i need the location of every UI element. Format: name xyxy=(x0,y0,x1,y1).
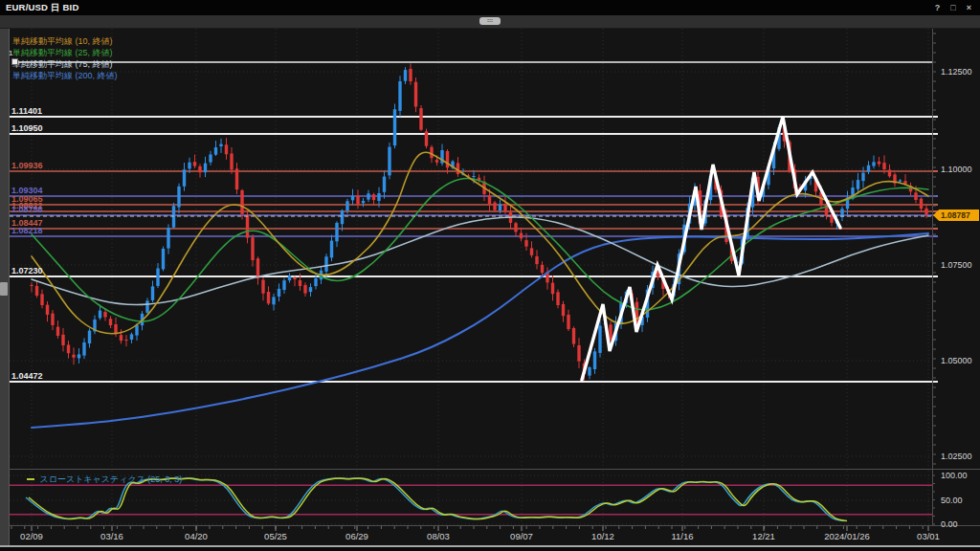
candle-body xyxy=(351,196,354,201)
candle-body xyxy=(457,163,459,174)
candle-body xyxy=(503,204,506,211)
candle-body xyxy=(598,326,601,353)
candle-body xyxy=(177,187,180,208)
legend-item-sma[interactable]: 単純移動平均線 (200, 終値) xyxy=(12,70,118,82)
candle-body xyxy=(193,162,196,165)
candle-body xyxy=(861,173,864,181)
candle-body xyxy=(588,367,590,376)
candle-body xyxy=(309,287,312,292)
level-axis-mark xyxy=(933,381,939,383)
candle-body xyxy=(246,215,249,238)
level-axis-mark xyxy=(933,235,939,237)
candle-body xyxy=(419,108,422,130)
candle-body xyxy=(857,180,859,189)
candle-body xyxy=(524,240,527,247)
level-price-label: 1.08756 xyxy=(11,205,43,214)
candle-body xyxy=(240,190,243,214)
window-bottom-frame xyxy=(0,547,980,551)
candle-body xyxy=(414,82,417,107)
left-panel-handle[interactable] xyxy=(0,282,8,296)
help-button[interactable]: ? xyxy=(935,0,941,15)
candle-body xyxy=(51,314,54,325)
candle-body xyxy=(67,345,70,354)
candle-body xyxy=(324,256,327,272)
candle-body xyxy=(267,292,270,303)
candle-body xyxy=(235,168,238,189)
candle-body xyxy=(488,195,491,204)
date-label: 09/07 xyxy=(483,531,560,541)
divider-stoch-bottom xyxy=(9,525,980,526)
date-label: 06/29 xyxy=(319,531,395,541)
candle-body xyxy=(556,292,559,305)
candle-body xyxy=(145,301,148,313)
candle-body xyxy=(899,181,902,182)
candle-body xyxy=(56,327,59,336)
candle-body xyxy=(493,203,496,210)
candle-body xyxy=(551,283,554,295)
level-axis-mark xyxy=(933,133,939,135)
drawn-line-handle[interactable] xyxy=(11,58,18,65)
candle-body xyxy=(219,144,222,146)
candle-body xyxy=(372,194,375,200)
price-tick-label: 1.05000 xyxy=(941,356,979,365)
stoch-legend[interactable]: スローストキャスティクス (25, 3, 3) xyxy=(27,474,182,486)
candle-body xyxy=(572,328,575,344)
candle-body xyxy=(867,165,870,172)
candle-body xyxy=(183,169,186,187)
candle-body xyxy=(562,304,565,316)
drawn-line-number-label: 1 xyxy=(9,49,12,57)
candle-body xyxy=(520,233,523,239)
candle-body xyxy=(567,315,569,329)
price-tick-label: 1.07500 xyxy=(941,260,979,270)
price-tick-label: 1.10000 xyxy=(941,165,979,174)
candle-body xyxy=(577,345,580,362)
candle-body xyxy=(225,144,228,154)
stoch-legend-label: スローストキャスティクス (25, 3, 3) xyxy=(40,474,183,484)
candle-body xyxy=(377,193,380,201)
date-axis[interactable]: 02/0903/1604/2005/2506/2908/0309/0710/12… xyxy=(9,528,944,545)
candle-body xyxy=(878,162,880,165)
candle-body xyxy=(282,280,285,290)
divider-stoch-top[interactable] xyxy=(9,469,980,470)
candle-body xyxy=(335,223,338,241)
stoch-tick-label: 50.00 xyxy=(941,496,979,505)
candle-body xyxy=(541,265,544,273)
candle-body xyxy=(888,170,891,177)
candle-body xyxy=(30,285,33,286)
stoch-tick-label: 100.00 xyxy=(941,471,979,480)
date-label: 10/12 xyxy=(565,531,641,541)
level-price-label: 1.04472 xyxy=(11,371,43,381)
level-axis-mark xyxy=(933,116,939,118)
candle-body xyxy=(472,176,475,177)
candle-body xyxy=(172,206,175,227)
candle-body xyxy=(124,340,127,341)
close-button[interactable]: × xyxy=(967,0,971,15)
candle-body xyxy=(330,241,333,258)
candle-body xyxy=(135,325,138,336)
current-price-badge: 1.08787 xyxy=(933,209,979,221)
candle-body xyxy=(251,237,254,260)
date-label: 03/01 xyxy=(890,531,944,541)
title-bar: EUR/USD 日 BID ? □ × xyxy=(0,0,980,15)
candle-body xyxy=(430,147,433,158)
candle-body xyxy=(35,286,38,296)
candle-body xyxy=(188,163,190,169)
price-tick-label: 1.12500 xyxy=(941,67,979,77)
candle-body xyxy=(288,276,291,280)
candle-body xyxy=(924,209,927,215)
candle-body xyxy=(609,324,612,340)
stoch-legend-swatch-icon xyxy=(27,478,34,480)
candle-body xyxy=(261,280,264,294)
stoch-tick-label: 0.00 xyxy=(941,519,979,529)
level-price-label: 1.10950 xyxy=(11,123,43,133)
sma200-line xyxy=(32,233,928,428)
date-label: 05/25 xyxy=(237,531,314,541)
candle-body xyxy=(383,177,386,192)
candle-body xyxy=(446,151,449,167)
window-title: EUR/USD 日 BID xyxy=(0,2,79,14)
candle-body xyxy=(99,311,101,319)
maximize-button[interactable]: □ xyxy=(950,0,955,15)
candle-body xyxy=(204,164,207,173)
date-label: 11/16 xyxy=(644,531,721,541)
collapse-handle-button[interactable]: ::: xyxy=(479,17,501,25)
